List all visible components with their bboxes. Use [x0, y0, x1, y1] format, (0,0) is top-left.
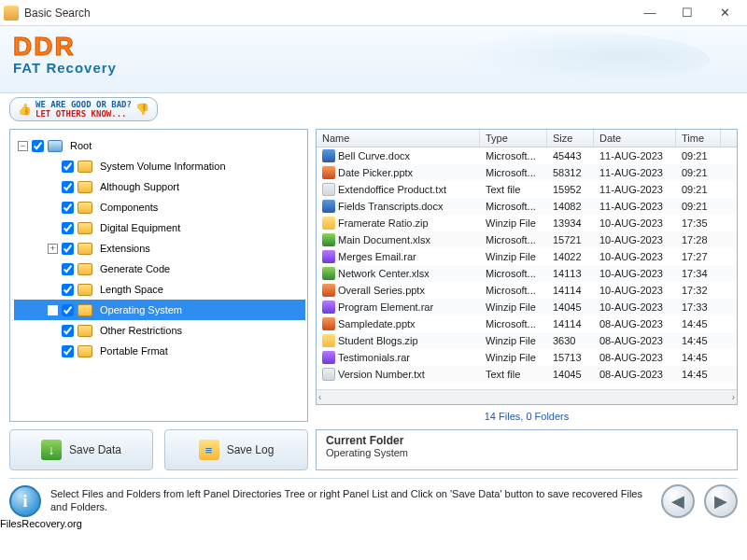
file-list-header[interactable]: Name Type Size Date Time — [317, 130, 737, 147]
tree-item[interactable]: Operating System — [14, 300, 305, 320]
file-row[interactable]: Sampledate.pptxMicrosoft...1411408-AUG-2… — [317, 315, 737, 332]
tree-item[interactable]: Generate Code — [14, 259, 305, 279]
tree-item[interactable]: Although Support — [14, 176, 305, 197]
tree-root[interactable]: −Root — [14, 135, 305, 156]
file-name: Merges Email.rar — [338, 251, 416, 262]
current-folder-panel: Current Folder Operating System — [316, 429, 738, 470]
file-row[interactable]: Main Document.xlsxMicrosoft...1572110-AU… — [317, 231, 737, 248]
col-type[interactable]: Type — [480, 130, 547, 147]
tree-item[interactable]: Length Space — [14, 279, 305, 300]
feedback-line2: LET OTHERS KNOW... — [35, 109, 127, 119]
file-row[interactable]: Student Blogs.zipWinzip File363008-AUG-2… — [317, 332, 737, 349]
footer: i Select Files and Folders from left Pan… — [9, 478, 738, 518]
file-date: 11-AUG-2023 — [594, 184, 676, 195]
prev-button[interactable]: ◀ — [661, 484, 695, 518]
xlsx-file-icon — [322, 267, 335, 280]
tree-checkbox[interactable] — [62, 345, 74, 357]
save-log-button[interactable]: Save Log — [164, 429, 308, 470]
thumbs-down-icon: 👎 — [135, 103, 149, 116]
tree-item-label: Operating System — [97, 303, 185, 316]
tree-item-label: Components — [97, 201, 161, 214]
col-date[interactable]: Date — [594, 130, 676, 147]
file-size: 15721 — [547, 234, 594, 245]
file-size: 13934 — [547, 217, 594, 229]
tree-item[interactable]: +Extensions — [14, 238, 305, 259]
folder-icon — [78, 325, 92, 337]
tree-checkbox[interactable] — [62, 161, 74, 173]
tree-item[interactable]: Portable Frmat — [14, 341, 305, 361]
file-row[interactable]: Network Center.xlsxMicrosoft...1411310-A… — [317, 265, 737, 282]
col-size[interactable]: Size — [547, 130, 594, 147]
file-date: 08-AUG-2023 — [594, 352, 676, 363]
file-type: Winzip File — [480, 301, 547, 313]
tree-checkbox[interactable] — [62, 243, 74, 255]
file-name: Date Picker.pptx — [338, 167, 413, 178]
tree-checkbox[interactable] — [62, 325, 74, 337]
col-name[interactable]: Name — [317, 130, 480, 147]
file-size: 58312 — [547, 167, 594, 178]
feedback-line1: WE ARE GOOD OR BAD? — [35, 100, 132, 109]
file-date: 11-AUG-2023 — [594, 201, 676, 212]
collapse-icon[interactable]: − — [18, 141, 28, 151]
col-time[interactable]: Time — [676, 130, 721, 147]
save-data-button[interactable]: Save Data — [9, 429, 153, 470]
maximize-button[interactable]: ☐ — [669, 2, 706, 24]
expand-icon[interactable]: + — [48, 244, 58, 254]
file-size: 14022 — [547, 251, 594, 262]
rar-file-icon — [322, 351, 335, 364]
feedback-bar: 👍 WE ARE GOOD OR BAD? LET OTHERS KNOW...… — [0, 93, 747, 125]
file-time: 09:21 — [676, 167, 721, 178]
file-row[interactable]: Program Element.rarWinzip File1404510-AU… — [317, 299, 737, 315]
tree-item[interactable]: Components — [14, 197, 305, 217]
file-row[interactable]: Framerate Ratio.zipWinzip File1393410-AU… — [317, 215, 737, 231]
file-row[interactable]: Overall Series.pptxMicrosoft...1411410-A… — [317, 282, 737, 299]
file-row[interactable]: Bell Curve.docxMicrosoft...4544311-AUG-2… — [317, 147, 737, 164]
tree-checkbox[interactable] — [62, 181, 74, 193]
tree-checkbox[interactable] — [32, 140, 44, 152]
tree-item[interactable]: System Volume Information — [14, 156, 305, 176]
file-type: Microsoft... — [480, 285, 547, 296]
file-row[interactable]: Date Picker.pptxMicrosoft...5831211-AUG-… — [317, 164, 737, 181]
file-name: Version Number.txt — [338, 369, 425, 380]
feedback-button[interactable]: 👍 WE ARE GOOD OR BAD? LET OTHERS KNOW...… — [9, 97, 158, 121]
file-size: 15713 — [547, 352, 594, 363]
tree-checkbox[interactable] — [62, 222, 74, 234]
file-summary: 14 Files, 0 Folders — [316, 409, 738, 426]
next-button[interactable]: ▶ — [704, 484, 738, 518]
file-date: 10-AUG-2023 — [594, 234, 676, 245]
tree-checkbox[interactable] — [62, 202, 74, 214]
file-row[interactable]: Merges Email.rarWinzip File1402210-AUG-2… — [317, 248, 737, 265]
tree-item[interactable]: Digital Equipment — [14, 217, 305, 238]
file-time: 14:45 — [676, 318, 721, 329]
rar-file-icon — [322, 301, 335, 314]
tree-checkbox[interactable] — [62, 263, 74, 275]
horizontal-scrollbar[interactable]: ‹› — [317, 389, 737, 404]
file-name: Overall Series.pptx — [338, 285, 425, 296]
file-list[interactable]: Name Type Size Date Time Bell Curve.docx… — [316, 129, 738, 405]
file-row[interactable]: Version Number.txtText file1404508-AUG-2… — [317, 366, 737, 383]
file-type: Text file — [480, 184, 547, 195]
tree-checkbox[interactable] — [62, 284, 74, 296]
window-title: Basic Search — [24, 7, 631, 20]
txt-file-icon — [322, 368, 335, 381]
directory-tree[interactable]: −RootSystem Volume InformationAlthough S… — [9, 129, 308, 422]
tree-checkbox[interactable] — [62, 304, 74, 316]
file-time: 09:21 — [676, 201, 721, 212]
titlebar: Basic Search — ☐ ✕ — [0, 0, 747, 26]
close-button[interactable]: ✕ — [706, 2, 743, 24]
folder-icon — [78, 181, 92, 193]
zip-file-icon — [322, 217, 335, 230]
footer-message: Select Files and Folders from left Panel… — [50, 488, 652, 514]
footer-brand: FilesRecovery.org — [0, 518, 747, 529]
file-row[interactable]: Testimonials.rarWinzip File1571308-AUG-2… — [317, 349, 737, 366]
file-time: 17:33 — [676, 301, 721, 313]
file-name: Student Blogs.zip — [338, 335, 418, 346]
file-row[interactable]: Fields Transcripts.docxMicrosoft...14082… — [317, 198, 737, 215]
file-date: 10-AUG-2023 — [594, 217, 676, 229]
tree-item-label: Portable Frmat — [97, 344, 171, 357]
file-row[interactable]: Extendoffice Product.txtText file1595211… — [317, 181, 737, 198]
tree-item[interactable]: Other Restrictions — [14, 320, 305, 341]
docx-file-icon — [322, 200, 335, 213]
file-type: Microsoft... — [480, 201, 547, 212]
minimize-button[interactable]: — — [631, 2, 669, 24]
